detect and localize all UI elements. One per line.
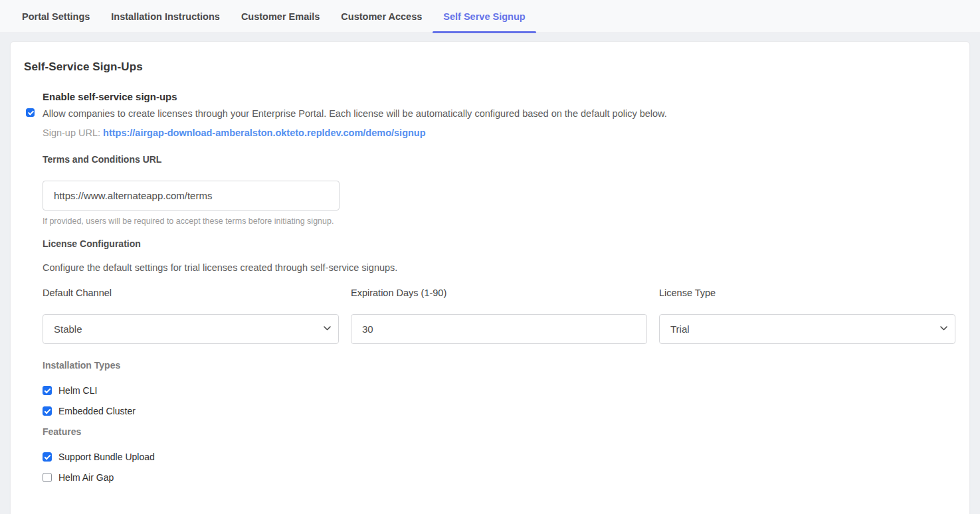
tab-customer-access[interactable]: Customer Access bbox=[330, 0, 433, 33]
settings-tab-bar: Portal Settings Installation Instruction… bbox=[0, 0, 980, 33]
checkbox-label: Helm Air Gap bbox=[58, 472, 114, 483]
license-type-select[interactable]: Trial bbox=[659, 314, 955, 344]
license-type-field: License Type Trial bbox=[659, 288, 955, 344]
tab-label: Customer Emails bbox=[241, 11, 320, 22]
features-label: Features bbox=[43, 426, 956, 437]
installation-type-embedded-cluster[interactable]: Embedded Cluster bbox=[43, 406, 956, 416]
tab-installation-instructions[interactable]: Installation Instructions bbox=[100, 0, 231, 33]
feature-helm-air-gap[interactable]: Helm Air Gap bbox=[43, 472, 956, 483]
tab-label: Installation Instructions bbox=[111, 11, 220, 22]
enable-signups-description: Allow companies to create licenses throu… bbox=[43, 108, 667, 119]
signup-url-link[interactable]: https://airgap-download-amberalston.okte… bbox=[103, 128, 426, 138]
terms-url-input[interactable] bbox=[43, 181, 340, 211]
expiration-days-field: Expiration Days (1-90) bbox=[351, 288, 647, 344]
active-tab-underline bbox=[433, 31, 536, 33]
helm-air-gap-checkbox[interactable] bbox=[43, 473, 52, 482]
default-channel-select[interactable]: Stable bbox=[43, 314, 339, 344]
enable-signups-checkbox[interactable] bbox=[26, 108, 35, 117]
page-title: Self-Service Sign-Ups bbox=[24, 60, 956, 74]
enable-signups-section: Enable self-service sign-ups Allow compa… bbox=[43, 91, 956, 483]
features-list: Support Bundle Upload Helm Air Gap bbox=[43, 452, 956, 483]
tab-label: Customer Access bbox=[341, 11, 422, 22]
terms-url-helper-text: If provided, users will be required to a… bbox=[43, 216, 956, 226]
tab-self-serve-signup[interactable]: Self Serve Signup bbox=[433, 0, 536, 33]
installation-types-list: Helm CLI Embedded Cluster bbox=[43, 385, 956, 416]
tab-label: Portal Settings bbox=[22, 11, 90, 22]
self-serve-signup-panel: Self-Service Sign-Ups Enable self-servic… bbox=[10, 41, 970, 514]
checkbox-label: Embedded Cluster bbox=[58, 406, 136, 416]
tab-label: Self Serve Signup bbox=[443, 11, 525, 22]
default-channel-field: Default Channel Stable bbox=[43, 288, 339, 344]
terms-url-label: Terms and Conditions URL bbox=[43, 154, 956, 165]
enable-signups-heading: Enable self-service sign-ups bbox=[43, 91, 956, 102]
license-configuration-description: Configure the default settings for trial… bbox=[43, 262, 956, 273]
default-channel-label: Default Channel bbox=[43, 288, 339, 298]
installation-type-helm-cli[interactable]: Helm CLI bbox=[43, 385, 956, 396]
enable-signups-row: Allow companies to create licenses throu… bbox=[43, 108, 956, 120]
license-configuration-heading: License Configuration bbox=[43, 238, 956, 249]
tab-portal-settings[interactable]: Portal Settings bbox=[11, 0, 100, 33]
helm-cli-checkbox[interactable] bbox=[43, 386, 52, 395]
signup-url-label: Sign-up URL: bbox=[43, 128, 100, 138]
expiration-days-label: Expiration Days (1-90) bbox=[351, 288, 647, 298]
license-type-label: License Type bbox=[659, 288, 955, 298]
expiration-days-input[interactable] bbox=[351, 314, 647, 344]
tab-customer-emails[interactable]: Customer Emails bbox=[231, 0, 330, 33]
installation-types-label: Installation Types bbox=[43, 360, 956, 371]
embedded-cluster-checkbox[interactable] bbox=[43, 406, 52, 416]
checkbox-label: Support Bundle Upload bbox=[58, 452, 155, 462]
support-bundle-upload-checkbox[interactable] bbox=[43, 452, 52, 462]
signup-url-line: Sign-up URL:https://airgap-download-ambe… bbox=[43, 128, 956, 138]
checkbox-label: Helm CLI bbox=[58, 385, 97, 396]
license-config-field-grid: Default Channel Stable Expiration Days (… bbox=[43, 288, 955, 344]
feature-support-bundle-upload[interactable]: Support Bundle Upload bbox=[43, 452, 956, 462]
